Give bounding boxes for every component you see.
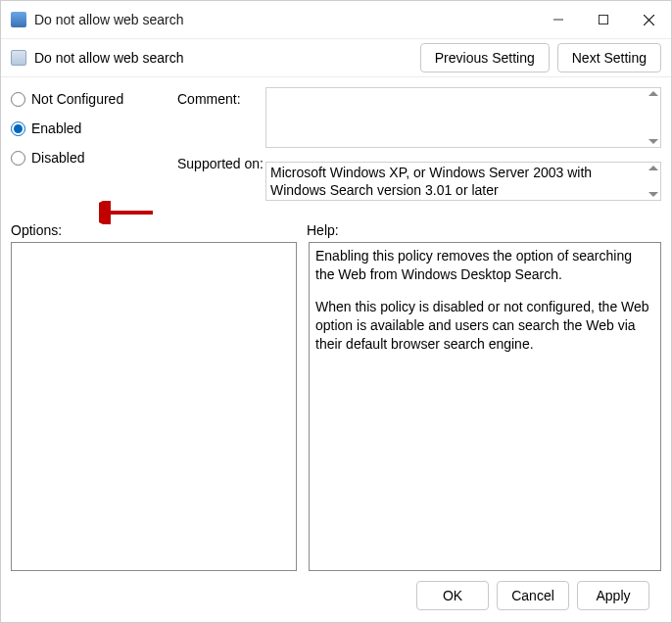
app-icon <box>11 12 26 27</box>
window-controls <box>536 1 671 38</box>
page-title: Do not allow web search <box>34 50 184 66</box>
radio-label: Not Configured <box>31 91 123 107</box>
close-button[interactable] <box>626 1 671 38</box>
next-setting-button[interactable]: Next Setting <box>557 43 661 72</box>
supported-on-text: Microsoft Windows XP, or Windows Server … <box>265 162 661 201</box>
options-panel <box>11 242 297 571</box>
supported-on-value: Microsoft Windows XP, or Windows Server … <box>270 165 592 198</box>
help-label: Help: <box>307 222 339 238</box>
radio-enabled-input[interactable] <box>11 121 25 136</box>
supported-on-label: Supported on: <box>177 156 265 171</box>
radio-label: Disabled <box>31 150 84 166</box>
previous-setting-button[interactable]: Previous Setting <box>420 43 550 72</box>
titlebar: Do not allow web search <box>1 1 671 38</box>
radio-label: Enabled <box>31 120 81 136</box>
arrow-annotation-icon <box>99 201 158 224</box>
radio-disabled-input[interactable] <box>11 151 25 166</box>
options-label: Options: <box>11 222 307 238</box>
help-paragraph: Enabling this policy removes the option … <box>315 247 654 284</box>
comment-label: Comment: <box>177 91 265 107</box>
minimize-button[interactable] <box>536 1 581 38</box>
radio-disabled[interactable]: Disabled <box>11 150 177 166</box>
header-row: Do not allow web search Previous Setting… <box>1 38 671 77</box>
footer: OK Cancel Apply <box>11 571 661 622</box>
radio-not-configured[interactable]: Not Configured <box>11 91 177 107</box>
radio-not-configured-input[interactable] <box>11 92 25 107</box>
svg-rect-1 <box>600 16 608 24</box>
maximize-button[interactable] <box>581 1 626 38</box>
cancel-button[interactable]: Cancel <box>497 581 569 610</box>
comment-textarea[interactable] <box>265 87 661 148</box>
help-paragraph: When this policy is disabled or not conf… <box>315 298 654 354</box>
radio-enabled[interactable]: Enabled <box>11 120 177 136</box>
ok-button[interactable]: OK <box>416 581 489 610</box>
content: Not Configured Enabled Disabled Comment:… <box>1 77 671 622</box>
apply-button[interactable]: Apply <box>577 581 649 610</box>
window-title: Do not allow web search <box>34 12 536 27</box>
policy-icon <box>11 50 26 66</box>
help-panel: Enabling this policy removes the option … <box>309 242 661 571</box>
